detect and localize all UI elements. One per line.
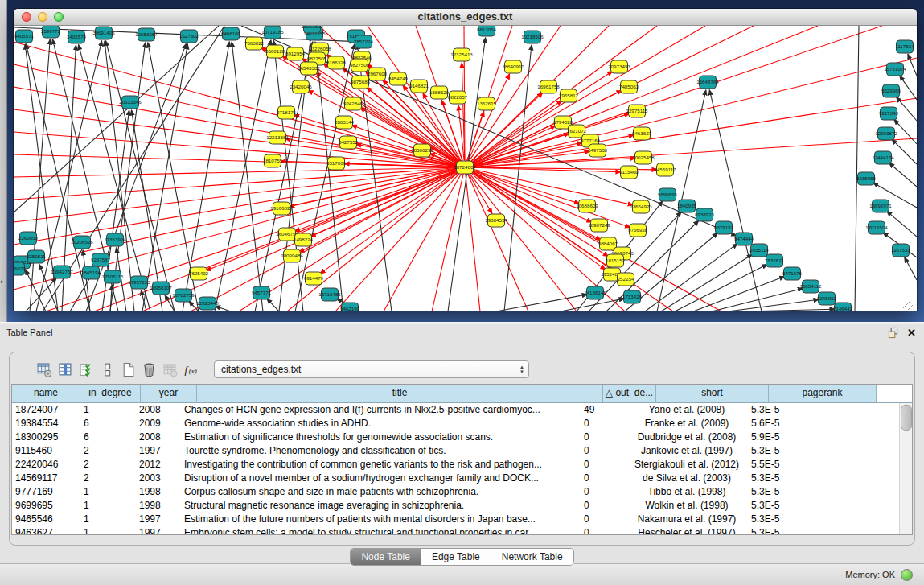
network-node[interactable]: 6497568 (588, 144, 608, 157)
cell-title[interactable]: Estimation of significance thresholds fo… (179, 431, 581, 444)
table-row[interactable]: 1872400712008Changes of HCN gene express… (12, 403, 912, 417)
network-node[interactable]: 18907249 (588, 219, 610, 232)
cell-title[interactable]: Disruption of a novel member of a sodium… (179, 472, 581, 485)
table-row[interactable]: 1456911722003Disruption of a novel membe… (12, 472, 912, 485)
network-node[interactable]: 6914479 (304, 272, 324, 285)
network-node[interactable]: 20206526 (71, 236, 93, 249)
network-node[interactable]: 2599771 (41, 26, 61, 38)
network-node[interactable]: 13654923 (630, 200, 652, 213)
network-node[interactable]: 20533346 (119, 96, 142, 109)
network-node[interactable]: 2803144 (335, 116, 355, 129)
network-node[interactable]: 9115460 (619, 166, 639, 179)
cell-short[interactable]: Dudbridge et al. (2008) (630, 431, 743, 444)
panel-expand-arrow-icon[interactable]: ▸ (1, 278, 4, 285)
cell-out_de[interactable]: 0 (581, 431, 630, 444)
select-all-columns-icon[interactable] (76, 360, 97, 379)
function-builder-icon[interactable]: f(x) (180, 360, 201, 379)
network-window-titlebar[interactable]: citations_edges.txt (14, 9, 917, 26)
table-row[interactable]: 2242004622012Investigating the contribut… (12, 458, 912, 472)
cell-short[interactable]: Wolkin et al. (1998) (630, 499, 743, 513)
network-node[interactable]: 9405571 (14, 30, 35, 43)
tab-node-table[interactable]: Node Table (351, 549, 421, 565)
cell-pagerank[interactable]: 5.3E-5 (743, 526, 843, 535)
table-scrollbar-thumb[interactable] (901, 405, 912, 431)
network-node[interactable]: 17353924 (104, 233, 126, 246)
table-row[interactable]: 946554611997Estimation of the future num… (12, 513, 912, 526)
network-node[interactable]: 16782759 (172, 289, 195, 302)
cell-out_de[interactable]: 0 (581, 417, 630, 431)
column-header-out_de[interactable]: △ out_de... (603, 385, 656, 402)
cell-pagerank[interactable]: 5.9E-5 (743, 431, 843, 444)
cell-short[interactable]: Yano et al. (2008) (630, 403, 743, 417)
cell-year[interactable]: 2003 (131, 472, 179, 485)
column-header-title[interactable]: title (197, 385, 603, 402)
network-node[interactable]: 12325413 (450, 48, 473, 61)
network-node[interactable]: 18724007 (454, 161, 476, 174)
network-node[interactable]: 12923448 (196, 297, 219, 310)
cell-title[interactable]: Embryonic stem cells: a model to study s… (179, 526, 581, 535)
tab-network-table[interactable]: Network Table (491, 549, 573, 565)
cell-pagerank[interactable]: 5.3E-5 (743, 444, 843, 458)
cell-name[interactable]: 14569117 (12, 472, 77, 485)
table-mode-icon[interactable] (34, 360, 55, 379)
table-row[interactable]: 977716911998Corpus callosum shape and si… (12, 485, 912, 499)
network-node[interactable]: 9457771 (252, 286, 272, 299)
network-node[interactable]: 9227343 (879, 107, 899, 120)
network-node[interactable]: 1117534 (895, 40, 914, 53)
cell-year[interactable]: 2008 (131, 403, 179, 417)
network-node[interactable]: 15751074 (884, 63, 906, 76)
cell-year[interactable]: 2008 (131, 431, 179, 444)
network-node[interactable]: 9245052 (817, 292, 837, 305)
left-panel-divider[interactable]: ▸ (0, 0, 7, 322)
network-node[interactable]: 16961758 (537, 80, 560, 93)
cell-pagerank[interactable]: 5.3E-5 (743, 485, 843, 499)
cell-name[interactable]: 9777169 (12, 485, 77, 499)
network-node[interactable]: 9242848 (343, 97, 363, 110)
network-node[interactable]: 3405574 (67, 31, 87, 43)
table-row[interactable]: 946362711997Embryonic stem cells: a mode… (12, 526, 912, 535)
cell-out_de[interactable]: 0 (581, 458, 630, 472)
network-node[interactable]: 1156829 (14, 262, 26, 275)
column-header-in_degree[interactable]: in_degree (80, 385, 141, 402)
cell-in_degree[interactable]: 1 (77, 403, 131, 417)
cell-short[interactable]: Tibbo et al. (1998) (630, 485, 743, 499)
network-node[interactable]: 6379197 (714, 221, 734, 234)
cell-name[interactable]: 19384554 (12, 417, 77, 431)
cell-out_de[interactable]: 0 (581, 499, 630, 513)
cell-in_degree[interactable]: 2 (77, 472, 131, 485)
minimize-window-button[interactable] (38, 12, 47, 22)
network-node[interactable]: 12444134 (872, 151, 894, 164)
cell-pagerank[interactable]: 5.3E-5 (743, 499, 843, 513)
network-node[interactable]: 12975115 (626, 105, 648, 117)
table-row[interactable]: 911546021997Tourette syndrome. Phenomeno… (12, 444, 912, 458)
network-node[interactable]: 1527602 (179, 30, 199, 43)
cell-in_degree[interactable]: 6 (77, 431, 131, 444)
network-node[interactable]: 9699695 (658, 188, 678, 201)
network-node[interactable]: 19166827 (270, 202, 293, 215)
network-node[interactable]: 19384554 (485, 214, 507, 227)
network-node[interactable]: 10719185 (261, 26, 284, 39)
network-node[interactable]: 18300295 (411, 144, 433, 157)
network-node[interactable]: 1840935 (677, 200, 697, 212)
table-row[interactable]: 1830029562008Estimation of significance … (12, 431, 912, 444)
network-node[interactable]: 1733426 (622, 290, 643, 303)
network-node[interactable]: 1167533 (891, 244, 910, 257)
cell-pagerank[interactable]: 5.6E-5 (743, 417, 843, 431)
cell-title[interactable]: Investigating the contribution of common… (179, 458, 581, 472)
network-node[interactable]: 8660128 (265, 45, 285, 58)
cell-year[interactable]: 2012 (131, 458, 179, 472)
cell-pagerank[interactable]: 5.3E-5 (743, 403, 843, 417)
canvas-resize-grip-icon[interactable] (903, 301, 913, 310)
cell-name[interactable]: 9463627 (12, 526, 77, 535)
network-node[interactable]: 8427552 (339, 136, 359, 149)
cell-out_de[interactable]: 49 (581, 403, 630, 417)
network-node[interactable]: 1498224 (294, 233, 314, 246)
cell-out_de[interactable]: 0 (581, 485, 630, 499)
network-node[interactable]: 9462100 (340, 303, 360, 311)
network-node[interactable]: 9517006 (326, 157, 347, 170)
network-node[interactable]: 7625402 (189, 267, 209, 280)
network-node[interactable]: 2967608 (368, 68, 388, 80)
network-node[interactable]: 2935114 (749, 244, 769, 257)
network-node[interactable]: 17016504 (865, 221, 888, 234)
network-node[interactable]: 7663822 (244, 37, 265, 50)
